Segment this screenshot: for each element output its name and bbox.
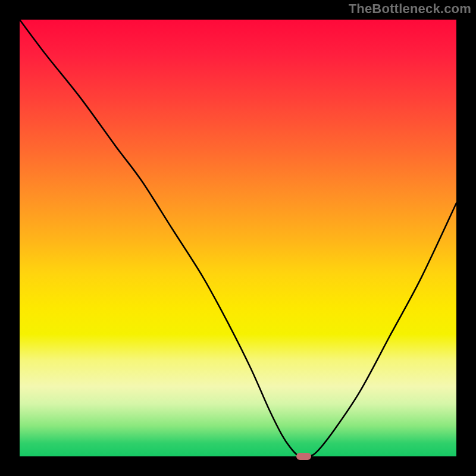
chart-plot-area <box>20 20 456 456</box>
optimum-marker <box>296 453 311 460</box>
watermark-text: TheBottleneck.com <box>349 1 471 17</box>
bottleneck-curve <box>20 20 456 456</box>
